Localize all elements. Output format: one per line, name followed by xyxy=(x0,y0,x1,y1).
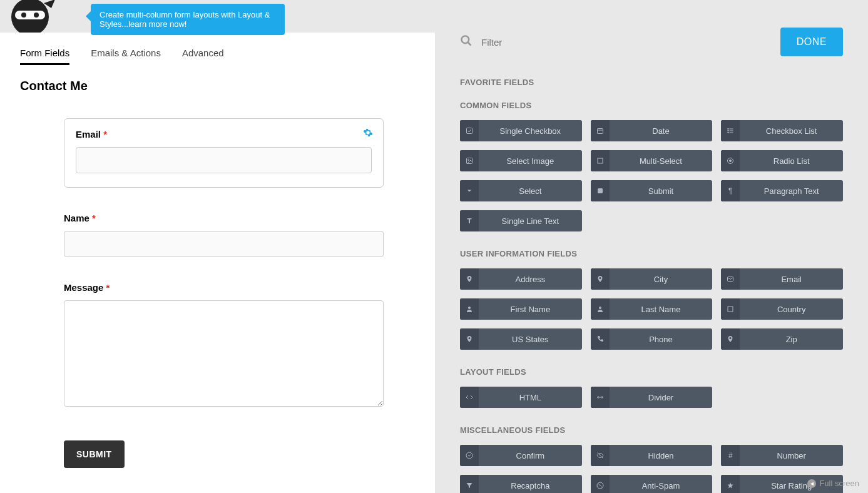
field-type-label: Single Line Text xyxy=(479,210,582,231)
field-email-card[interactable]: Email * xyxy=(64,118,384,188)
name-input[interactable] xyxy=(64,231,384,257)
phone-icon xyxy=(591,328,610,350)
field-type-city[interactable]: City xyxy=(591,268,713,290)
dot-icon xyxy=(721,150,740,171)
svg-rect-6 xyxy=(467,128,472,134)
arrow-left-icon: ◄ xyxy=(807,479,816,488)
tab-advanced[interactable]: Advanced xyxy=(182,48,224,65)
ok-icon xyxy=(460,445,479,466)
svg-point-4 xyxy=(462,36,469,44)
ninja-logo xyxy=(0,0,56,33)
para-icon: ¶ xyxy=(721,180,740,201)
field-type-select-image[interactable]: Select Image xyxy=(460,150,582,171)
field-type-multi-select[interactable]: Multi-Select xyxy=(591,150,713,171)
svg-rect-14 xyxy=(730,133,733,133)
sq-icon xyxy=(721,298,740,320)
pin-icon xyxy=(591,268,610,290)
field-type-single-checkbox[interactable]: Single Checkbox xyxy=(460,120,582,141)
svg-point-22 xyxy=(468,307,471,309)
field-type-us-states[interactable]: US States xyxy=(460,328,582,350)
tab-emails-actions[interactable]: Emails & Actions xyxy=(91,48,161,65)
svg-line-29 xyxy=(598,484,602,488)
grid-layout: HTMLDivider xyxy=(460,387,843,408)
svg-rect-11 xyxy=(728,132,729,133)
pin-icon xyxy=(460,268,479,290)
field-type-label: Zip xyxy=(740,328,843,350)
field-type-divider[interactable]: Divider xyxy=(591,387,713,408)
chev-icon xyxy=(460,180,479,201)
grid-common: Single CheckboxDateCheckbox ListSelect I… xyxy=(460,120,843,231)
email-label: Email * xyxy=(76,129,372,140)
pin-icon xyxy=(721,328,740,350)
cal-icon xyxy=(591,120,610,141)
svg-point-3 xyxy=(34,13,39,18)
code-icon xyxy=(460,387,479,408)
field-type-label: Submit xyxy=(610,180,713,201)
filter-input[interactable] xyxy=(481,37,772,48)
field-type-address[interactable]: Address xyxy=(460,268,582,290)
field-type-label: Single Checkbox xyxy=(479,120,582,141)
field-type-submit[interactable]: Submit xyxy=(591,180,713,201)
tab-form-fields[interactable]: Form Fields xyxy=(20,48,69,65)
builder-tabs: Form Fields Emails & Actions Advanced xyxy=(20,48,415,65)
name-label: Name * xyxy=(64,213,384,223)
field-type-checkbox-list[interactable]: Checkbox List xyxy=(721,120,843,141)
field-type-date[interactable]: Date xyxy=(591,120,713,141)
svg-rect-20 xyxy=(598,188,603,193)
field-type-label: Divider xyxy=(610,387,713,408)
message-label: Message * xyxy=(64,282,384,293)
svg-rect-24 xyxy=(728,307,733,312)
grid-userinfo: AddressCityEmailFirst NameLast NameCount… xyxy=(460,268,843,350)
field-type-single-line-text[interactable]: Single Line Text xyxy=(460,210,582,231)
field-type-label: Number xyxy=(740,445,843,466)
field-type-label: Paragraph Text xyxy=(740,180,843,201)
field-message-wrap[interactable]: Message * xyxy=(64,282,384,409)
svg-point-26 xyxy=(466,452,472,459)
field-type-label: Email xyxy=(740,268,843,290)
field-type-recaptcha[interactable]: Recaptcha xyxy=(460,475,582,493)
form-builder-panel: Form Fields Emails & Actions Advanced Co… xyxy=(0,0,435,493)
funnel-icon xyxy=(460,475,479,493)
field-palette-panel: DONE FAVORITE FIELDS COMMON FIELDS Singl… xyxy=(435,0,868,493)
field-type-label: Country xyxy=(740,298,843,320)
section-misc-fields: MISCELLANEOUS FIELDS xyxy=(460,425,843,435)
submit-button[interactable]: SUBMIT xyxy=(64,440,125,468)
field-type-radio-list[interactable]: Radio List xyxy=(721,150,843,171)
field-type-label: Date xyxy=(610,120,713,141)
svg-rect-7 xyxy=(597,129,603,134)
field-type-number[interactable]: #Number xyxy=(721,445,843,466)
svg-point-2 xyxy=(21,13,26,18)
gear-icon[interactable] xyxy=(363,128,373,140)
field-type-paragraph-text[interactable]: ¶Paragraph Text xyxy=(721,180,843,201)
field-type-label: US States xyxy=(479,328,582,350)
field-type-label: Select Image xyxy=(479,150,582,171)
field-type-email[interactable]: Email xyxy=(721,268,843,290)
message-textarea[interactable] xyxy=(64,300,384,407)
done-button[interactable]: DONE xyxy=(780,28,843,56)
field-type-confirm[interactable]: Confirm xyxy=(460,445,582,466)
sq2-icon xyxy=(591,180,610,201)
fullscreen-toggle[interactable]: ◄ Full screen xyxy=(807,479,859,488)
field-type-select[interactable]: Select xyxy=(460,180,582,201)
section-common-fields: COMMON FIELDS xyxy=(460,101,843,110)
field-type-label: Address xyxy=(479,268,582,290)
field-type-label: Recaptcha xyxy=(479,475,582,493)
field-type-first-name[interactable]: First Name xyxy=(460,298,582,320)
arr-icon xyxy=(591,387,610,408)
field-type-anti-spam[interactable]: Anti-Spam xyxy=(591,475,713,493)
field-type-phone[interactable]: Phone xyxy=(591,328,713,350)
text-icon xyxy=(460,210,479,231)
promo-tip[interactable]: Create multi-column form layouts with La… xyxy=(91,4,285,35)
ban-icon xyxy=(591,475,610,493)
field-type-zip[interactable]: Zip xyxy=(721,328,843,350)
svg-point-16 xyxy=(468,160,469,161)
svg-rect-17 xyxy=(598,158,603,163)
field-type-html[interactable]: HTML xyxy=(460,387,582,408)
field-type-hidden[interactable]: Hidden xyxy=(591,445,713,466)
eye-icon xyxy=(591,445,610,466)
field-name-wrap[interactable]: Name * xyxy=(64,213,384,257)
field-type-label: First Name xyxy=(479,298,582,320)
field-type-country[interactable]: Country xyxy=(721,298,843,320)
email-input[interactable] xyxy=(76,147,372,173)
field-type-last-name[interactable]: Last Name xyxy=(591,298,713,320)
